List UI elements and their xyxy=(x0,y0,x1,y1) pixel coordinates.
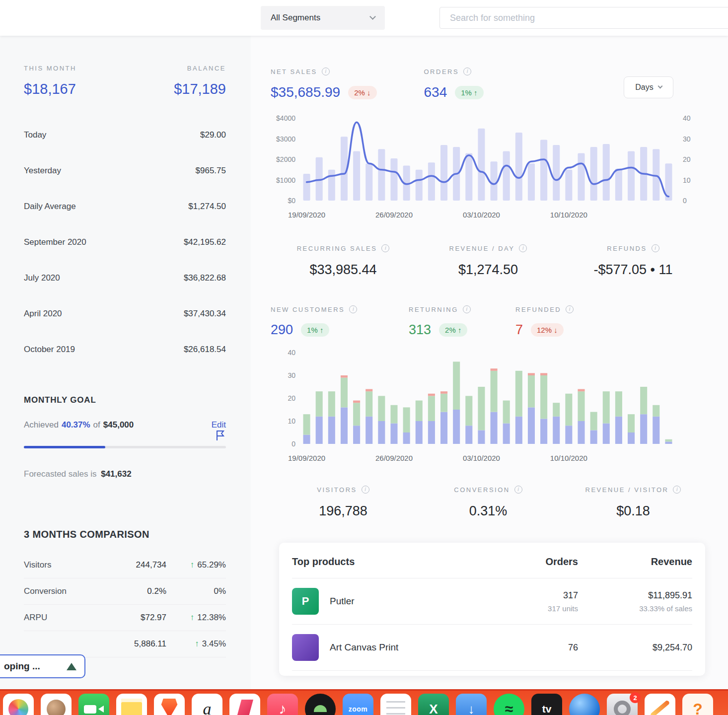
orders-value: 634 xyxy=(424,84,447,100)
kpi-label: VISITORS xyxy=(317,486,357,494)
kpi-label: REFUNDS xyxy=(607,245,647,252)
collapsed-window-popup[interactable]: oping ... xyxy=(0,654,85,678)
period-value: $29.00 xyxy=(200,130,226,140)
svg-text:30: 30 xyxy=(683,135,691,143)
kpi-cell: VISITORS 196,788 xyxy=(271,486,416,519)
brave-icon[interactable] xyxy=(154,694,185,715)
spotify-icon[interactable]: ≈ xyxy=(494,694,524,715)
kpi-label: RECURRING SALES xyxy=(297,245,377,252)
days-dropdown[interactable]: Days xyxy=(624,76,673,98)
design-app-icon[interactable] xyxy=(229,694,260,715)
photo-booth-icon[interactable] xyxy=(41,694,72,715)
segments-dropdown[interactable]: All Segments xyxy=(261,6,385,30)
svg-text:30: 30 xyxy=(288,371,295,379)
kpi-label: REVENUE / DAY xyxy=(449,245,515,252)
product-revenue: $9,254.70 xyxy=(653,643,692,653)
three-months-comparison: 3 MONTHS COMPARISON Visitors 244,734 ↑65… xyxy=(24,529,226,657)
sidebar-period-row[interactable]: Today $29.00 xyxy=(24,117,226,153)
product-orders: 76 xyxy=(568,643,578,653)
svg-text:40: 40 xyxy=(288,349,295,357)
info-icon[interactable] xyxy=(514,486,522,494)
stickies-icon[interactable] xyxy=(116,694,147,715)
info-icon[interactable] xyxy=(362,486,369,494)
sidebar-period-row[interactable]: April 2020 $37,430.34 xyxy=(24,296,226,332)
main-panel: NET SALES $35,685.99 2% ↓ ORDERS 634 xyxy=(251,36,728,689)
chevron-down-icon xyxy=(657,84,662,89)
expand-arrow-icon[interactable] xyxy=(67,663,76,670)
customers-kpi-row: NEW CUSTOMERS 290 1% ↑ RETURNING 313 2% … xyxy=(271,305,728,338)
search-input[interactable] xyxy=(439,7,728,29)
comparison-value: 244,734 xyxy=(97,560,166,570)
goal-progress-fill xyxy=(24,446,105,448)
period-value: $36,822.68 xyxy=(184,273,226,283)
comparison-row: ARPU $72.97 ↑12.38% xyxy=(24,605,226,631)
info-icon[interactable] xyxy=(381,244,389,252)
comparison-title: 3 MONTHS COMPARISON xyxy=(24,529,226,540)
analytics-dashboard: All Segments THIS MONTH $18,167 BALANCE … xyxy=(0,0,728,715)
info-icon[interactable] xyxy=(322,68,330,75)
info-icon[interactable] xyxy=(463,68,471,75)
browser-icon[interactable] xyxy=(569,694,600,715)
signature-app-icon[interactable]: a xyxy=(192,694,222,715)
kpi-label: CONVERSION xyxy=(454,486,510,494)
forecast-value: $41,632 xyxy=(101,469,131,479)
excel-icon[interactable]: X xyxy=(418,694,449,715)
sidebar-period-row[interactable]: Yesterday $965.75 xyxy=(24,153,226,189)
video-call-icon[interactable] xyxy=(78,694,109,715)
photos-icon[interactable] xyxy=(3,694,34,715)
apple-tv-icon[interactable]: tv xyxy=(531,694,562,715)
sidebar-period-row[interactable]: October 2019 $26,618.54 xyxy=(24,332,226,367)
info-icon[interactable] xyxy=(652,244,659,252)
installer-icon[interactable]: ↓ xyxy=(456,694,487,715)
help-icon[interactable]: ? xyxy=(682,694,713,715)
product-row[interactable]: Art Canvas Print 76 $9,254.70 xyxy=(292,625,692,671)
info-icon[interactable] xyxy=(519,244,527,252)
goal-progress-bar xyxy=(24,446,226,448)
orders-badge: 1% ↑ xyxy=(455,86,483,99)
popup-label: oping ... xyxy=(4,661,67,672)
orders-label: ORDERS xyxy=(424,68,459,75)
comparison-value: $72.97 xyxy=(97,613,166,623)
sidebar-period-row[interactable]: July 2020 $36,822.68 xyxy=(24,260,226,296)
period-label: Daily Average xyxy=(24,202,76,212)
info-icon[interactable] xyxy=(673,486,681,494)
net-sales-kpi: NET SALES $35,685.99 2% ↓ xyxy=(271,68,377,100)
svg-text:10: 10 xyxy=(288,417,295,425)
info-icon[interactable] xyxy=(463,305,471,313)
edit-goal-button[interactable]: Edit xyxy=(212,420,226,430)
zoom-icon[interactable]: zoom xyxy=(343,694,373,715)
product-image: P xyxy=(292,588,319,615)
kpi-cell: RECURRING SALES $33,985.44 xyxy=(271,244,416,278)
music-icon[interactable]: ♪ xyxy=(267,694,298,715)
revenue-column-header: Revenue xyxy=(578,556,692,568)
svg-text:19/09/2020: 19/09/2020 xyxy=(288,211,325,219)
info-icon[interactable] xyxy=(566,305,574,313)
comparison-metric: Visitors xyxy=(24,560,97,570)
period-label: July 2020 xyxy=(24,273,60,283)
comparison-value: 5,886.11 xyxy=(97,639,166,649)
settings-icon[interactable]: 2 xyxy=(607,694,638,715)
comparison-change: 0% xyxy=(166,586,226,596)
info-icon[interactable] xyxy=(349,305,357,313)
sidebar-period-row[interactable]: September 2020 $42,195.62 xyxy=(24,224,226,260)
goal-amount: $45,000 xyxy=(103,420,134,430)
reminders-icon[interactable] xyxy=(380,694,411,715)
product-row[interactable]: P Putler 317 317 units $11,895.91 33.33%… xyxy=(292,578,692,625)
net-sales-badge: 2% ↓ xyxy=(348,86,376,99)
balance-value: $17,189 xyxy=(174,81,226,97)
top-products-card: Top products Orders Revenue P Putler 317… xyxy=(279,543,705,676)
kpi-cell: REVENUE / VISITOR $0.18 xyxy=(561,486,706,519)
forecast-label: Forecasted sales is xyxy=(24,469,96,479)
product-share: 33.33% of sales xyxy=(639,604,692,613)
sidebar-period-row[interactable]: Daily Average $1,274.50 xyxy=(24,189,226,224)
period-value: $37,430.34 xyxy=(184,309,226,319)
kpi-value: 7 xyxy=(515,322,523,338)
svg-text:$2000: $2000 xyxy=(276,155,295,163)
android-icon[interactable] xyxy=(305,694,336,715)
pencil-app-icon[interactable] xyxy=(645,694,675,715)
sidebar: THIS MONTH $18,167 BALANCE $17,189 Today… xyxy=(0,36,251,689)
svg-text:03/10/2020: 03/10/2020 xyxy=(463,454,500,462)
kpi-label: NEW CUSTOMERS xyxy=(271,306,345,313)
up-arrow-icon: ↑ xyxy=(195,639,199,648)
kpi-value: $0.18 xyxy=(561,503,706,519)
